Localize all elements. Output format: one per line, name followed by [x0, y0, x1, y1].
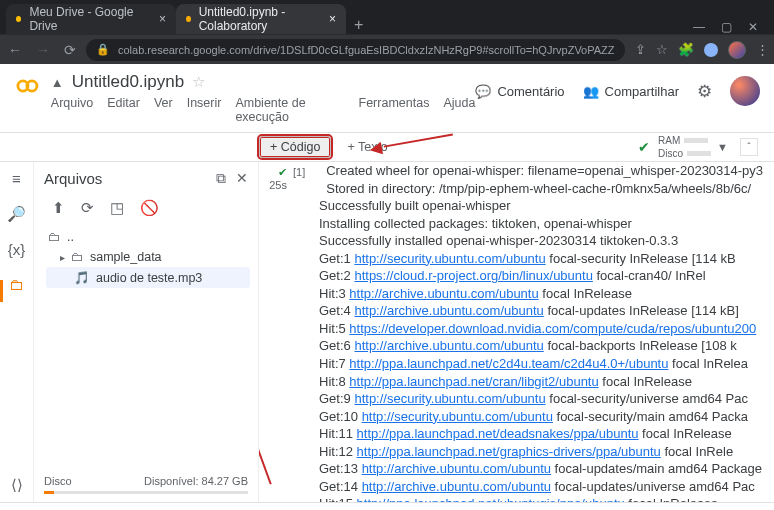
gear-icon[interactable]: ⚙: [697, 81, 712, 102]
files-panel: Arquivos ⧉ ✕ ⬆ ⟳ ◳ 🚫 🗀.. ▸🗀sample_data 🎵…: [34, 162, 259, 502]
colab-header: ▲ Untitled0.ipynb ☆ Arquivo Editar Ver I…: [0, 64, 774, 132]
bookmark-icon[interactable]: ☆: [656, 42, 668, 57]
add-code-button[interactable]: + Código: [259, 136, 331, 158]
menu-ambiente[interactable]: Ambiente de execução: [235, 96, 344, 124]
check-icon: ✔: [638, 139, 650, 155]
mount-drive-icon[interactable]: ◳: [110, 199, 124, 217]
browser-toolbar: ← → ⟳ 🔒 colab.research.google.com/drive/…: [0, 34, 774, 64]
files-icon[interactable]: 🗀: [9, 276, 24, 293]
lock-icon: 🔒: [96, 43, 110, 56]
search-icon[interactable]: 🔍: [7, 205, 26, 223]
check-icon: ✔: [270, 507, 280, 511]
hide-icon[interactable]: 🚫: [140, 199, 159, 217]
drive-icon: ▲: [51, 75, 64, 90]
close-panel-icon[interactable]: ✕: [236, 170, 248, 187]
comment-button[interactable]: 💬Comentário: [475, 84, 564, 99]
menu-editar[interactable]: Editar: [107, 96, 140, 124]
vars-icon[interactable]: {x}: [8, 241, 26, 258]
menu-ferramentas[interactable]: Ferramentas: [359, 96, 430, 124]
refresh-icon[interactable]: ⟳: [81, 199, 94, 217]
menu-inserir[interactable]: Inserir: [187, 96, 222, 124]
tree-folder[interactable]: ▸🗀sample_data: [46, 247, 250, 267]
tree-parent[interactable]: 🗀..: [46, 227, 250, 247]
forward-icon: →: [36, 42, 50, 58]
folder-icon: 🗀: [48, 230, 61, 244]
cell-gutter: ✔ 25s: [259, 162, 293, 502]
window-maximize-icon[interactable]: ▢: [721, 20, 732, 34]
menu-ver[interactable]: Ver: [154, 96, 173, 124]
extensions-icon[interactable]: 🧩: [678, 42, 694, 57]
check-icon: ✔: [259, 166, 287, 179]
cell-elapsed: 25s: [259, 179, 287, 191]
reload-icon[interactable]: ⟳: [64, 42, 76, 58]
menu-ajuda[interactable]: Ajuda: [443, 96, 475, 124]
new-tab-button[interactable]: +: [346, 16, 371, 34]
share-button[interactable]: 👥Compartilhar: [583, 84, 679, 99]
back-icon[interactable]: ←: [8, 42, 22, 58]
folder-icon: 🗀: [71, 250, 84, 264]
disk-label: Disco: [44, 475, 72, 487]
browser-tab-drive[interactable]: Meu Drive - Google Drive ×: [6, 4, 176, 34]
chevron-right-icon: ▸: [60, 252, 65, 263]
share-icon[interactable]: ⇪: [635, 42, 646, 57]
share-people-icon: 👥: [583, 84, 599, 99]
status-bar: ✔ 25s conclusão: 10:44: [0, 502, 774, 510]
browser-tab-colab[interactable]: Untitled0.ipynb - Colaboratory ×: [176, 4, 346, 34]
browser-tabstrip: Meu Drive - Google Drive × Untitled0.ipy…: [0, 0, 774, 34]
tab-label: Meu Drive - Google Drive: [29, 5, 151, 33]
runtime-resources[interactable]: ✔ RAM Disco ▼ ˆ: [638, 135, 774, 159]
command-icon[interactable]: ⟨⟩: [11, 476, 23, 494]
close-icon[interactable]: ×: [159, 12, 166, 26]
menu-bar: Arquivo Editar Ver Inserir Ambiente de e…: [51, 92, 476, 132]
star-icon[interactable]: ☆: [192, 73, 205, 91]
window-minimize-icon[interactable]: —: [693, 20, 705, 34]
notebook-title[interactable]: Untitled0.ipynb: [72, 72, 184, 92]
file-tree: 🗀.. ▸🗀sample_data 🎵audio de teste.mp3: [34, 225, 258, 292]
window-close-icon[interactable]: ✕: [748, 20, 758, 34]
menu-icon[interactable]: ⋮: [756, 42, 769, 57]
notebook-area: ✔ 25s [1] Created wheel for openai-whisp…: [259, 162, 774, 502]
colab-logo-icon: [14, 72, 41, 100]
cell-index: [1]: [293, 162, 319, 502]
new-window-icon[interactable]: ⧉: [216, 170, 226, 187]
left-rail: ≡ 🔍 {x} 🗀 ⟨⟩: [0, 162, 34, 502]
url-text: colab.research.google.com/drive/1DSLfD0c…: [118, 44, 615, 56]
close-icon[interactable]: ×: [329, 12, 336, 26]
audio-file-icon: 🎵: [74, 270, 90, 285]
upload-icon[interactable]: ⬆: [52, 199, 65, 217]
user-avatar[interactable]: [730, 76, 760, 106]
tree-file[interactable]: 🎵audio de teste.mp3: [46, 267, 250, 288]
toolbar-expand-icon[interactable]: ˆ: [740, 138, 758, 156]
cell-toolbar: + Código + Texto ◀ ✔ RAM Disco ▼ ˆ: [0, 132, 774, 162]
profile-avatar-icon[interactable]: [728, 41, 746, 59]
menu-arquivo[interactable]: Arquivo: [51, 96, 93, 124]
comment-icon: 💬: [475, 84, 491, 99]
disk-avail: Disponível: 84.27 GB: [144, 475, 248, 487]
files-title: Arquivos: [44, 170, 102, 187]
tab-label: Untitled0.ipynb - Colaboratory: [199, 5, 321, 33]
extension-dot-icon[interactable]: [704, 43, 718, 57]
address-bar[interactable]: 🔒 colab.research.google.com/drive/1DSLfD…: [86, 39, 625, 61]
toc-icon[interactable]: ≡: [12, 170, 21, 187]
cell-output[interactable]: Created wheel for openai-whisper: filena…: [319, 162, 774, 502]
